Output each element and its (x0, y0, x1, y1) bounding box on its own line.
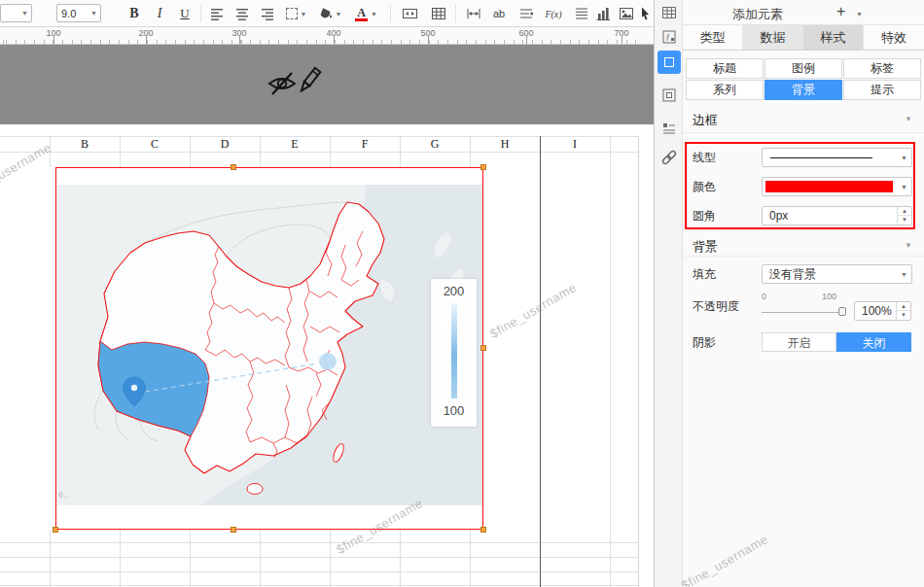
tab-effect[interactable]: 特效 (864, 25, 924, 51)
cell-attributes-button[interactable] (514, 4, 539, 23)
bold-button[interactable]: B (124, 4, 145, 23)
column-header[interactable]: H (501, 137, 510, 152)
selection-handle[interactable] (480, 164, 486, 170)
insert-image-button[interactable] (615, 4, 638, 23)
align-left-button[interactable] (205, 4, 229, 23)
insert-table-button[interactable] (426, 4, 451, 23)
legend-max: 200 (431, 284, 477, 298)
opacity-slider-track[interactable] (762, 312, 844, 313)
border-color-select[interactable]: ▼ (762, 177, 912, 196)
corner-radius-spinner[interactable]: 0px ▲▼ (762, 206, 912, 225)
column-header[interactable]: D (221, 137, 230, 152)
line-type-select[interactable]: ▼ (762, 148, 912, 167)
ruler-major-tick (428, 36, 429, 44)
tab-style[interactable]: 样式 (803, 25, 864, 51)
lines-icon (574, 6, 589, 21)
spinner-down-icon[interactable]: ▼ (897, 311, 910, 320)
condition-list-button[interactable] (657, 117, 681, 140)
chevron-down-icon: ▼ (853, 11, 866, 17)
selection-handle[interactable] (53, 527, 58, 533)
opacity-slider-handle[interactable] (838, 307, 846, 316)
spinner-arrows[interactable]: ▲▼ (896, 302, 910, 320)
cell-element-icon (657, 51, 681, 74)
column-header[interactable]: I (573, 137, 577, 152)
cursor-arrow-icon (638, 6, 652, 21)
spinner-up-icon[interactable]: ▲ (897, 302, 910, 311)
subtab-background[interactable]: 背景 (764, 80, 842, 100)
column-header[interactable]: G (431, 137, 440, 152)
column-header[interactable]: B (81, 137, 89, 152)
svg-text:f: f (666, 33, 670, 43)
align-right-button[interactable] (256, 4, 279, 23)
spinner-down-icon[interactable]: ▼ (898, 216, 911, 224)
align-center-button[interactable] (231, 4, 254, 23)
column-header[interactable]: E (291, 137, 298, 152)
report-block-button[interactable] (657, 1, 681, 24)
formula-button[interactable]: F(x) (539, 4, 568, 23)
collapse-triangle-icon: ▼ (905, 241, 912, 250)
spinner-arrows[interactable]: ▲▼ (897, 207, 911, 224)
background-section-header[interactable]: 背景 ▼ (683, 233, 924, 257)
spinner-up-icon[interactable]: ▲ (898, 207, 911, 216)
chevron-down-icon: ▼ (88, 10, 100, 17)
opacity-label: 不透明度 (693, 296, 739, 316)
map-attribution: ©… (58, 492, 70, 499)
hide-preview-button[interactable] (267, 70, 298, 101)
subtab-title[interactable]: 标题 (686, 58, 764, 79)
horizontal-ruler[interactable]: 100 200 300 400 500 600 700 (0, 27, 654, 45)
merge-cells-icon (402, 6, 418, 21)
column-width-button[interactable] (461, 4, 486, 23)
edit-button[interactable] (295, 64, 324, 101)
widget-button[interactable]: f (657, 25, 681, 49)
fill-select[interactable]: 没有背景 ▼ (762, 264, 912, 284)
subtab-tooltip[interactable]: 提示 (843, 80, 921, 100)
canvas-edge-line (638, 136, 639, 587)
selection-handle[interactable] (480, 345, 486, 351)
subtab-legend[interactable]: 图例 (764, 58, 842, 79)
border-section-header[interactable]: 边框 ▼ (683, 107, 924, 133)
selection-handle[interactable] (480, 527, 486, 533)
subtab-series[interactable]: 系列 (686, 80, 764, 100)
underline-button[interactable]: U (174, 4, 195, 23)
fill-color-button[interactable]: ▼ (316, 4, 345, 23)
shadow-off-button[interactable]: 关闭 (836, 332, 911, 352)
selection-handle[interactable] (231, 164, 236, 170)
eye-off-icon (267, 70, 298, 97)
column-header[interactable]: F (362, 137, 369, 152)
font-size-select[interactable]: 9.0▼ (56, 4, 101, 22)
selection-handle[interactable] (231, 527, 236, 533)
border-style-button[interactable]: ▼ (283, 4, 312, 23)
fill-value: 没有背景 (769, 265, 816, 283)
font-color-button[interactable]: A ▼ (351, 4, 384, 23)
ruler-major-tick (622, 36, 622, 44)
map-chart[interactable]: ... (55, 167, 483, 530)
color-swatch-red (765, 181, 893, 192)
pointer-tool-button[interactable] (636, 4, 654, 23)
ruler-major-tick (53, 36, 54, 44)
merge-cells-button[interactable] (397, 4, 422, 23)
shadow-on-button[interactable]: 开启 (762, 332, 836, 352)
hyperlink-button[interactable] (657, 146, 681, 169)
tab-type[interactable]: 类型 (683, 25, 743, 51)
table-grid-icon (431, 6, 446, 21)
insert-chart-button[interactable] (591, 4, 615, 23)
element-type-strip: f (654, 0, 683, 587)
border-color-label: 颜色 (693, 177, 716, 196)
grid-column-lines (50, 530, 612, 587)
float-element-button[interactable] (657, 84, 681, 107)
shadow-label: 阴影 (693, 332, 716, 352)
opacity-spinner[interactable]: 100% ▲▼ (854, 301, 911, 321)
chart-element-button-active[interactable] (657, 51, 681, 74)
add-element-button[interactable]: + (836, 3, 845, 20)
column-header[interactable]: C (151, 137, 159, 152)
tab-data[interactable]: 数据 (743, 25, 803, 51)
grid-line (610, 136, 611, 587)
text-format-button[interactable]: ab (486, 4, 512, 23)
italic-button[interactable]: I (149, 4, 170, 23)
list-button[interactable] (570, 4, 593, 23)
spreadsheet-canvas[interactable]: B C D E F G H I ... (0, 124, 654, 587)
subtab-label[interactable]: 标签 (843, 58, 921, 79)
font-family-select[interactable]: ▼ (0, 4, 32, 22)
ruler-major-tick (239, 36, 240, 44)
toolbar-separator (455, 5, 456, 22)
